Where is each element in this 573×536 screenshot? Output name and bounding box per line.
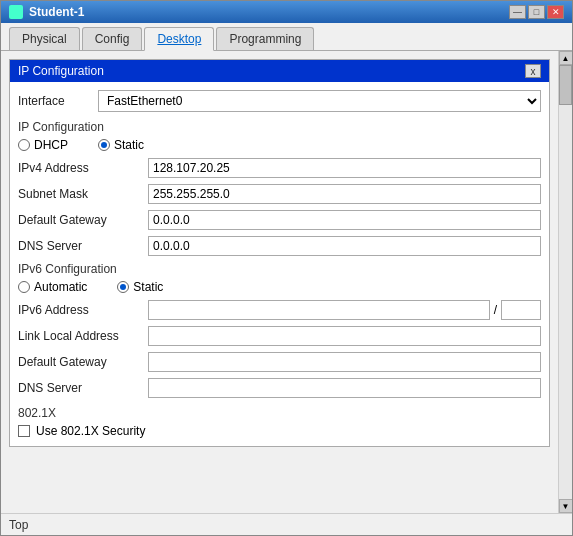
window-title: Student-1: [29, 5, 84, 19]
ip-config-title: IP Configuration: [18, 64, 104, 78]
ipv6-dns-input[interactable]: [148, 378, 541, 398]
default-gateway-input[interactable]: [148, 210, 541, 230]
ipv4-address-input[interactable]: [148, 158, 541, 178]
ipv6-slash: /: [490, 303, 501, 317]
ip-config-header: IP Configuration x: [10, 60, 549, 82]
ipv6-address-input[interactable]: [148, 300, 490, 320]
ip-config-close-button[interactable]: x: [525, 64, 541, 78]
ipv4-radio-row: DHCP Static: [18, 138, 541, 152]
subnet-mask-row: Subnet Mask: [18, 184, 541, 204]
scrollbar-track-area: [559, 65, 572, 499]
title-bar-text: Student-1: [9, 5, 84, 19]
static-radio-circle[interactable]: [98, 139, 110, 151]
ipv6-auto-radio[interactable]: Automatic: [18, 280, 87, 294]
ipv6-auto-radio-circle[interactable]: [18, 281, 30, 293]
link-local-input[interactable]: [148, 326, 541, 346]
subnet-mask-label: Subnet Mask: [18, 187, 148, 201]
dhcp-radio-circle[interactable]: [18, 139, 30, 151]
802-section-title: 802.1X: [18, 406, 541, 420]
ipv4-section-title: IP Configuration: [18, 120, 541, 134]
static-label: Static: [114, 138, 144, 152]
status-bar-text: Top: [9, 518, 28, 532]
maximize-button[interactable]: □: [528, 5, 545, 19]
use-802-row: Use 802.1X Security: [18, 424, 541, 438]
ipv6-static-label: Static: [133, 280, 163, 294]
interface-label: Interface: [18, 94, 98, 108]
default-gateway-row: Default Gateway: [18, 210, 541, 230]
scrollbar-thumb[interactable]: [559, 65, 572, 105]
tab-desktop[interactable]: Desktop: [144, 27, 214, 51]
dhcp-label: DHCP: [34, 138, 68, 152]
ipv6-section-title: IPv6 Configuration: [18, 262, 541, 276]
dns-server-row: DNS Server: [18, 236, 541, 256]
dhcp-radio[interactable]: DHCP: [18, 138, 68, 152]
minimize-button[interactable]: —: [509, 5, 526, 19]
scroll-up-button[interactable]: ▲: [559, 51, 573, 65]
static-radio[interactable]: Static: [98, 138, 144, 152]
tab-physical[interactable]: Physical: [9, 27, 80, 50]
content-area: IP Configuration x Interface FastEtherne…: [1, 51, 572, 513]
app-icon: [9, 5, 23, 19]
ip-config-panel: IP Configuration x Interface FastEtherne…: [9, 59, 550, 447]
main-panel: IP Configuration x Interface FastEtherne…: [1, 51, 558, 513]
ipv6-address-row: IPv6 Address /: [18, 300, 541, 320]
dns-server-input[interactable]: [148, 236, 541, 256]
ipv6-auto-label: Automatic: [34, 280, 87, 294]
ipv6-static-radio[interactable]: Static: [117, 280, 163, 294]
ipv6-radio-row: Automatic Static: [18, 280, 541, 294]
default-gateway-label: Default Gateway: [18, 213, 148, 227]
interface-row: Interface FastEthernet0: [18, 90, 541, 112]
title-controls: — □ ✕: [509, 5, 564, 19]
ipv6-gateway-row: Default Gateway: [18, 352, 541, 372]
link-local-row: Link Local Address: [18, 326, 541, 346]
link-local-label: Link Local Address: [18, 329, 148, 343]
use-802-checkbox[interactable]: [18, 425, 30, 437]
title-bar: Student-1 — □ ✕: [1, 1, 572, 23]
ipv6-dns-row: DNS Server: [18, 378, 541, 398]
ipv4-address-label: IPv4 Address: [18, 161, 148, 175]
ipv6-address-label: IPv6 Address: [18, 303, 148, 317]
use-802-label: Use 802.1X Security: [36, 424, 145, 438]
interface-select[interactable]: FastEthernet0: [98, 90, 541, 112]
status-bar: Top: [1, 513, 572, 535]
802-section: 802.1X Use 802.1X Security: [18, 406, 541, 438]
scrollbar: ▲ ▼: [558, 51, 572, 513]
subnet-mask-input[interactable]: [148, 184, 541, 204]
ipv6-dns-label: DNS Server: [18, 381, 148, 395]
main-window: Student-1 — □ ✕ Physical Config Desktop …: [0, 0, 573, 536]
ipv6-gateway-label: Default Gateway: [18, 355, 148, 369]
tab-bar: Physical Config Desktop Programming: [1, 23, 572, 51]
tab-config[interactable]: Config: [82, 27, 143, 50]
scroll-down-button[interactable]: ▼: [559, 499, 573, 513]
ipv6-prefix-input[interactable]: [501, 300, 541, 320]
ip-config-body: Interface FastEthernet0 IP Configuration…: [10, 82, 549, 446]
tab-programming[interactable]: Programming: [216, 27, 314, 50]
dns-server-label: DNS Server: [18, 239, 148, 253]
ipv6-gateway-input[interactable]: [148, 352, 541, 372]
ipv6-static-radio-circle[interactable]: [117, 281, 129, 293]
close-button[interactable]: ✕: [547, 5, 564, 19]
ipv4-address-row: IPv4 Address: [18, 158, 541, 178]
